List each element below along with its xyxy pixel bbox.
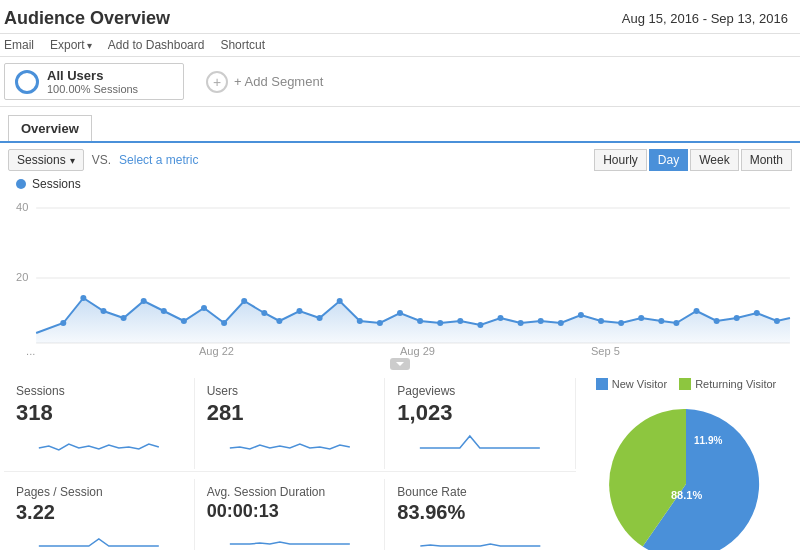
segment-name: All Users (47, 68, 138, 83)
avg-session-duration-mini-chart (207, 522, 373, 550)
svg-point-21 (296, 308, 302, 314)
page-title: Audience Overview (4, 8, 170, 29)
svg-point-12 (121, 315, 127, 321)
shortcut-button[interactable]: Shortcut (220, 38, 265, 52)
svg-point-27 (417, 318, 423, 324)
pages-per-session-value: 3.22 (16, 501, 182, 524)
pages-per-session-mini-chart (16, 524, 182, 550)
sessions-legend-dot (16, 179, 26, 189)
pages-per-session-stat: Pages / Session 3.22 (4, 479, 195, 550)
bounce-rate-mini-chart (397, 524, 564, 550)
pie-chart-svg: 88.1% 11.9% (596, 394, 776, 550)
all-users-segment[interactable]: All Users 100.00% Sessions (4, 63, 184, 100)
toolbar: Email Export ▾ Add to Dashboard Shortcut (0, 34, 800, 57)
svg-point-28 (437, 320, 443, 326)
sessions-stat: Sessions 318 (4, 378, 195, 469)
pages-per-session-label: Pages / Session (16, 485, 182, 499)
svg-point-9 (60, 320, 66, 326)
bounce-rate-value: 83.96% (397, 501, 564, 524)
svg-point-40 (673, 320, 679, 326)
svg-point-18 (241, 298, 247, 304)
pageviews-value: 1,023 (397, 400, 563, 426)
svg-point-22 (317, 315, 323, 321)
svg-point-32 (518, 320, 524, 326)
svg-point-37 (618, 320, 624, 326)
svg-point-13 (141, 298, 147, 304)
export-arrow-icon: ▾ (87, 40, 92, 51)
month-button[interactable]: Month (741, 149, 792, 171)
main-chart-area: Sessions 40 20 ... Aug 22 Aug 29 Sep 5 (0, 173, 800, 370)
metric-dropdown-icon: ▾ (70, 155, 75, 166)
email-button[interactable]: Email (4, 38, 34, 52)
scroll-indicator[interactable] (390, 358, 410, 370)
add-segment-button[interactable]: + + Add Segment (196, 67, 333, 97)
pageviews-label: Pageviews (397, 384, 563, 398)
date-range: Aug 15, 2016 - Sep 13, 2016 (622, 11, 788, 26)
pageviews-stat: Pageviews 1,023 (385, 378, 576, 469)
svg-point-43 (734, 315, 740, 321)
svg-point-24 (357, 318, 363, 324)
stats-grid: Sessions 318 Users 281 Pageviews 1,023 P… (4, 378, 576, 550)
metric-selector: Sessions ▾ VS. Select a metric (8, 149, 198, 171)
pie-chart-section: New Visitor Returning Visitor (576, 378, 796, 550)
sessions-chart: 40 20 ... Aug 22 Aug 29 Sep 5 (8, 193, 792, 363)
tab-overview[interactable]: Overview (8, 115, 92, 141)
users-label: Users (207, 384, 373, 398)
avg-session-duration-label: Avg. Session Duration (207, 485, 373, 499)
avg-session-duration-value: 00:00:13 (207, 501, 373, 522)
svg-point-17 (221, 320, 227, 326)
svg-text:...: ... (26, 345, 35, 357)
new-visitor-legend: New Visitor (596, 378, 667, 390)
svg-point-15 (181, 318, 187, 324)
svg-point-36 (598, 318, 604, 324)
svg-point-33 (538, 318, 544, 324)
hourly-button[interactable]: Hourly (594, 149, 647, 171)
add-segment-label: + Add Segment (234, 74, 323, 89)
sessions-legend-label: Sessions (32, 177, 81, 191)
svg-point-31 (497, 315, 503, 321)
svg-text:11.9%: 11.9% (694, 435, 722, 446)
returning-visitor-legend: Returning Visitor (679, 378, 776, 390)
week-button[interactable]: Week (690, 149, 738, 171)
add-to-dashboard-button[interactable]: Add to Dashboard (108, 38, 205, 52)
add-segment-icon: + (206, 71, 228, 93)
svg-point-10 (80, 295, 86, 301)
svg-point-30 (477, 322, 483, 328)
page-header: Audience Overview Aug 15, 2016 - Sep 13,… (0, 0, 800, 34)
svg-point-41 (693, 308, 699, 314)
select-metric-link[interactable]: Select a metric (119, 153, 198, 167)
svg-text:40: 40 (16, 201, 28, 213)
vs-label: VS. (92, 153, 111, 167)
svg-point-39 (658, 318, 664, 324)
export-button[interactable]: Export ▾ (50, 38, 92, 52)
segment-percentage: 100.00% Sessions (47, 83, 138, 95)
svg-point-14 (161, 308, 167, 314)
users-stat: Users 281 (195, 378, 386, 469)
svg-text:Sep 5: Sep 5 (591, 345, 620, 357)
svg-point-23 (337, 298, 343, 304)
new-visitor-label: New Visitor (612, 378, 667, 390)
svg-point-34 (558, 320, 564, 326)
chart-legend: Sessions (8, 173, 792, 193)
svg-point-11 (100, 308, 106, 314)
pie-chart: 88.1% 11.9% (596, 394, 776, 550)
svg-point-19 (261, 310, 267, 316)
day-button[interactable]: Day (649, 149, 688, 171)
svg-point-16 (201, 305, 207, 311)
time-period-buttons: Hourly Day Week Month (594, 149, 792, 171)
users-mini-chart (207, 426, 373, 456)
sessions-metric-button[interactable]: Sessions ▾ (8, 149, 84, 171)
pageviews-mini-chart (397, 426, 563, 456)
svg-text:Aug 29: Aug 29 (400, 345, 435, 357)
users-value: 281 (207, 400, 373, 426)
svg-point-38 (638, 315, 644, 321)
svg-point-44 (754, 310, 760, 316)
new-visitor-color (596, 378, 608, 390)
stats-section: Sessions 318 Users 281 Pageviews 1,023 P… (0, 370, 800, 550)
segment-circle-icon (15, 70, 39, 94)
returning-visitor-color (679, 378, 691, 390)
chart-controls: Sessions ▾ VS. Select a metric Hourly Da… (0, 143, 800, 173)
svg-point-29 (457, 318, 463, 324)
segments-bar: All Users 100.00% Sessions + + Add Segme… (0, 57, 800, 107)
returning-visitor-label: Returning Visitor (695, 378, 776, 390)
